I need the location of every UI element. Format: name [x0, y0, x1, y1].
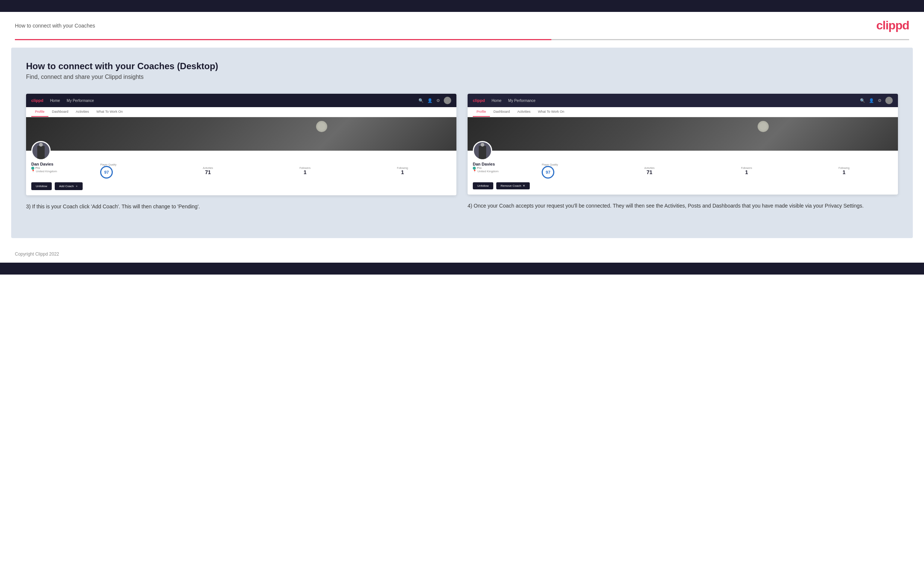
- main-content: How to connect with your Coaches (Deskto…: [11, 48, 913, 238]
- caption-2: 4) Once your Coach accepts your request …: [468, 202, 898, 210]
- profile-section-1: Dan Davies Pro 📍 United Kingdom: [26, 141, 456, 195]
- quality-label-2: Player Quality: [542, 163, 558, 166]
- tab-profile-2[interactable]: Profile: [473, 107, 490, 117]
- following-value-2: 1: [838, 169, 850, 175]
- caption-1: 3) If this is your Coach click 'Add Coac…: [26, 203, 456, 211]
- search-icon-2[interactable]: 🔍: [860, 98, 865, 103]
- remove-coach-button-2[interactable]: Remove Coach ✕: [496, 182, 530, 189]
- check-icon-2: [473, 167, 476, 170]
- page-heading: How to connect with your Coaches (Deskto…: [26, 61, 898, 71]
- mini-nav-right-2: 🔍 👤 ⚙: [860, 97, 893, 104]
- role-text-1: Pro: [36, 166, 40, 170]
- profile-stats-2: Player Quality 97 Activities 71 Follower…: [499, 163, 893, 179]
- add-coach-button-1[interactable]: Add Coach ＋: [55, 182, 83, 190]
- screenshot-col-1: clippd Home My Performance 🔍 👤 ⚙ Profile…: [26, 94, 456, 211]
- tab-whattoworkon-2[interactable]: What To Work On: [534, 107, 568, 117]
- profile-name-2: Dan Davies: [473, 162, 499, 166]
- screenshots-row: clippd Home My Performance 🔍 👤 ⚙ Profile…: [26, 94, 898, 211]
- avatar-head-2: [481, 143, 485, 147]
- profile-location-1: 📍 United Kingdom: [31, 170, 57, 173]
- following-label-2: Following: [838, 167, 850, 169]
- check-icon-1: [31, 167, 34, 170]
- mini-nav-performance-2: My Performance: [508, 98, 535, 103]
- activities-value-2: 71: [645, 169, 655, 175]
- stat-quality-2: Player Quality 97: [542, 163, 558, 179]
- unfollow-button-2[interactable]: Unfollow: [473, 182, 493, 189]
- tab-activities-1[interactable]: Activities: [72, 107, 93, 117]
- page-subheading: Find, connect and share your Clippd insi…: [26, 74, 898, 81]
- quality-circle-2: 97: [542, 166, 554, 179]
- mini-tabs-2: Profile Dashboard Activities What To Wor…: [468, 107, 898, 117]
- footer: Copyright Clippd 2022: [0, 245, 924, 263]
- mini-tabs-1: Profile Dashboard Activities What To Wor…: [26, 107, 456, 117]
- tab-activities-2[interactable]: Activities: [514, 107, 535, 117]
- profile-name-1: Dan Davies: [31, 162, 57, 166]
- stat-followers-1: Followers 1: [299, 167, 310, 175]
- profile-avatar-1: [31, 141, 51, 160]
- profile-role-1: Pro: [31, 166, 57, 170]
- header-title: How to connect with your Coaches: [15, 23, 95, 29]
- location-icon-2: 📍: [473, 170, 477, 173]
- followers-label-2: Followers: [741, 167, 752, 169]
- activities-value-1: 71: [203, 169, 213, 175]
- nav-avatar-2: [885, 97, 893, 104]
- mini-nav-home-2: Home: [491, 98, 501, 103]
- avatar-figure-1: [37, 146, 45, 159]
- profile-info-2: Dan Davies Pro 📍 United Kingdom: [473, 162, 893, 179]
- quality-label-1: Player Quality: [100, 163, 116, 166]
- mini-nav-home-1: Home: [50, 98, 60, 103]
- profile-buttons-1: Unfollow Add Coach ＋: [31, 182, 451, 190]
- stat-following-1: Following 1: [397, 167, 408, 175]
- tab-whattoworkon-1[interactable]: What To Work On: [93, 107, 127, 117]
- stat-activities-2: Activities 71: [645, 167, 655, 175]
- settings-icon-1[interactable]: ⚙: [436, 98, 440, 103]
- profile-left-1: Dan Davies Pro 📍 United Kingdom: [31, 162, 57, 173]
- header: How to connect with your Coaches clippd: [0, 12, 924, 39]
- tab-profile-1[interactable]: Profile: [31, 107, 48, 117]
- nav-avatar-1: [444, 97, 451, 104]
- activities-label-1: Activities: [203, 167, 213, 169]
- clippd-logo: clippd: [876, 19, 909, 32]
- location-icon-1: 📍: [31, 170, 35, 173]
- followers-value-2: 1: [741, 169, 752, 175]
- role-text-2: Pro: [477, 166, 481, 170]
- mini-nav-performance-1: My Performance: [67, 98, 94, 103]
- mini-nav-1: clippd Home My Performance 🔍 👤 ⚙: [26, 94, 456, 107]
- user-icon-2[interactable]: 👤: [869, 98, 874, 103]
- user-icon-1[interactable]: 👤: [427, 98, 433, 103]
- profile-left-2: Dan Davies Pro 📍 United Kingdom: [473, 162, 499, 173]
- mini-logo-2: clippd: [473, 98, 485, 103]
- quality-circle-1: 97: [100, 166, 113, 179]
- bottom-bar: [0, 263, 924, 274]
- screenshot-box-1: clippd Home My Performance 🔍 👤 ⚙ Profile…: [26, 94, 456, 195]
- profile-avatar-2: [473, 141, 492, 160]
- activities-label-2: Activities: [645, 167, 655, 169]
- stat-following-2: Following 1: [838, 167, 850, 175]
- following-value-1: 1: [397, 169, 408, 175]
- mini-nav-right-1: 🔍 👤 ⚙: [418, 97, 451, 104]
- screenshot-box-2: clippd Home My Performance 🔍 👤 ⚙ Profile…: [468, 94, 898, 195]
- copyright-text: Copyright Clippd 2022: [15, 251, 59, 257]
- followers-label-1: Followers: [299, 167, 310, 169]
- search-icon-1[interactable]: 🔍: [418, 98, 424, 103]
- close-icon-2: ✕: [523, 184, 525, 187]
- screenshot-col-2: clippd Home My Performance 🔍 👤 ⚙ Profile…: [468, 94, 898, 211]
- settings-icon-2[interactable]: ⚙: [878, 98, 882, 103]
- following-label-1: Following: [397, 167, 408, 169]
- mini-nav-2: clippd Home My Performance 🔍 👤 ⚙: [468, 94, 898, 107]
- tab-dashboard-2[interactable]: Dashboard: [490, 107, 514, 117]
- profile-role-2: Pro: [473, 166, 499, 170]
- mini-logo-1: clippd: [31, 98, 43, 103]
- tab-dashboard-1[interactable]: Dashboard: [48, 107, 72, 117]
- unfollow-button-1[interactable]: Unfollow: [31, 182, 52, 190]
- profile-section-2: Dan Davies Pro 📍 United Kingdom: [468, 141, 898, 195]
- avatar-head-1: [39, 143, 43, 147]
- profile-info-1: Dan Davies Pro 📍 United Kingdom: [31, 162, 451, 179]
- stat-activities-1: Activities 71: [203, 167, 213, 175]
- followers-value-1: 1: [299, 169, 310, 175]
- stat-followers-2: Followers 1: [741, 167, 752, 175]
- avatar-figure-2: [479, 146, 486, 159]
- header-divider: [15, 39, 909, 40]
- top-bar: [0, 0, 924, 12]
- plus-icon-1: ＋: [75, 184, 78, 188]
